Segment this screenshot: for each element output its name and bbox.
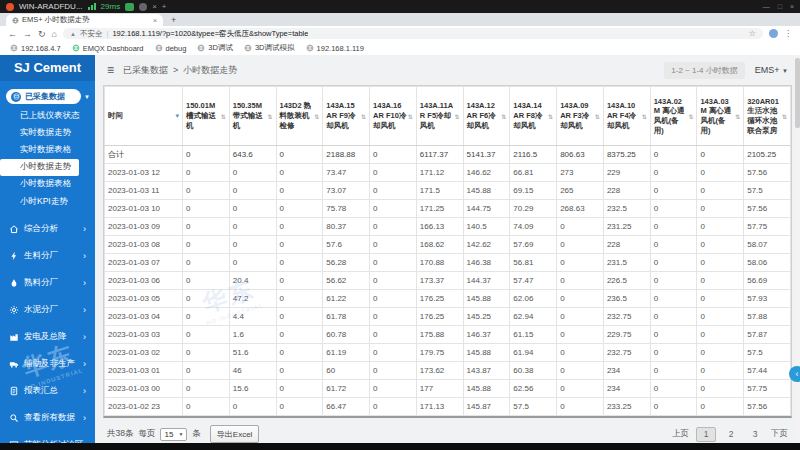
profile-avatar[interactable] xyxy=(769,29,778,38)
sort-icon[interactable]: ⇅ xyxy=(455,113,460,120)
table-cell: 2023-01-03 01 xyxy=(105,362,183,380)
sidebar-item-bolt[interactable]: 生料分厂› xyxy=(0,242,95,269)
column-header[interactable]: 150.01M 槽式输送机⇅ xyxy=(183,87,230,146)
forward-icon[interactable]: → xyxy=(23,29,32,39)
new-tab-button[interactable]: + xyxy=(171,15,176,25)
table-cell: 0 xyxy=(276,308,323,326)
hamburger-menu-icon[interactable]: ≡ xyxy=(107,63,114,77)
column-header[interactable]: 150.35M 带式输送机⇅ xyxy=(229,87,276,146)
table-cell: 0 xyxy=(557,362,604,380)
new-session-icon[interactable]: + xyxy=(162,2,167,11)
column-header[interactable]: 时间▾ xyxy=(105,87,183,146)
sidebar-subitem-4[interactable]: 小时数据表格 xyxy=(0,176,95,193)
table-cell: 8375.25 xyxy=(603,146,650,164)
sort-icon[interactable]: ⇅ xyxy=(314,113,319,120)
sidebar-subitem-3[interactable]: 小时数据走势 xyxy=(0,159,79,176)
column-header[interactable]: 143A.16AR F10冷却风机⇅ xyxy=(370,87,417,146)
export-excel-button[interactable]: 导出Excel xyxy=(210,425,260,443)
browser-tab[interactable]: EMS+ 小时数据走势 × xyxy=(6,14,163,26)
bookmark-item[interactable]: debug xyxy=(155,44,187,53)
column-header[interactable]: 143A.09AR F3冷却风机⇅ xyxy=(557,87,604,146)
page-button-1[interactable]: 1 xyxy=(696,427,716,442)
bookmark-item[interactable]: 3D调试模拟 xyxy=(244,43,295,53)
sort-icon[interactable]: ⇅ xyxy=(595,113,600,120)
table-cell: 0 xyxy=(183,290,230,308)
close-window-icon[interactable]: × xyxy=(790,3,794,10)
sort-icon[interactable]: ⇅ xyxy=(221,113,226,120)
home-icon[interactable]: ⌂ xyxy=(52,29,57,39)
column-header[interactable]: 143D2 熟料散装机检修⇅ xyxy=(276,87,323,146)
page-button-3[interactable]: 3 xyxy=(746,428,764,441)
sidebar-subitem-1[interactable]: 实时数据走势 xyxy=(0,124,95,141)
next-page-button[interactable]: 下页 xyxy=(771,428,788,440)
chevron-right-icon: › xyxy=(83,332,86,342)
bookmark-item[interactable]: 192.168.1.119 xyxy=(306,44,364,53)
maximize-icon[interactable]: □ xyxy=(778,3,782,10)
sort-icon[interactable]: ⇅ xyxy=(548,113,553,120)
sidebar-subitem-2[interactable]: 实时数据表格 xyxy=(0,141,95,158)
bookmark-star-icon[interactable]: ☆ xyxy=(749,29,756,38)
sidebar-subitem-5[interactable]: 小时KPI走势 xyxy=(0,193,95,210)
sidebar-subitem-0[interactable]: 已上线仪表状态 xyxy=(0,107,95,124)
browser-menu-icon[interactable]: ⋮ xyxy=(784,29,792,38)
table-cell: 0 xyxy=(650,254,697,272)
sort-icon[interactable]: ⇅ xyxy=(361,113,366,120)
sidebar-item-search[interactable]: 查看所有数据› xyxy=(0,404,95,431)
sort-icon[interactable]: ⇅ xyxy=(688,113,693,120)
sort-icon[interactable]: ⇅ xyxy=(735,113,740,120)
remote-session-title[interactable]: WIN-ARADFDU... xyxy=(19,2,83,11)
column-header[interactable]: 320AR01 生活水池循环水池联合泵房⇅ xyxy=(744,87,791,146)
table-cell: 0 xyxy=(276,182,323,200)
column-header[interactable]: 143A.03M 离心通风机(备用)⇅ xyxy=(697,87,744,146)
breadcrumb-parent[interactable]: 已采集数据 xyxy=(123,64,168,77)
table-cell: 0 xyxy=(697,398,744,416)
security-label[interactable]: 不安全 xyxy=(80,29,103,39)
session-globe-icon[interactable] xyxy=(139,3,147,11)
address-bar[interactable]: ▲ 不安全 | 192.168.1.119/?p=1020&typee=窑头低压… xyxy=(63,28,763,39)
table-cell: 0 xyxy=(183,344,230,362)
app-menu-dropdown[interactable]: EMS+ ▼ xyxy=(755,65,788,75)
column-header[interactable]: 143A.15AR F9冷却风机⇅ xyxy=(323,87,370,146)
minimize-icon[interactable]: — xyxy=(763,3,770,10)
sort-icon[interactable]: ⇅ xyxy=(642,113,647,120)
table-cell: 228 xyxy=(603,236,650,254)
sidebar-item-doc[interactable]: 报表汇总› xyxy=(0,377,95,404)
sidebar-group-collected-data[interactable]: 已采集数据 ▼ xyxy=(6,89,90,104)
sort-icon[interactable]: ▾ xyxy=(175,112,179,120)
table-cell: 61.72 xyxy=(323,380,370,398)
table-cell: 56.62 xyxy=(323,272,370,290)
sidebar-item-chat[interactable]: 节能分析讨论区 xyxy=(0,431,95,443)
table-cell: 0 xyxy=(370,164,417,182)
back-icon[interactable]: ← xyxy=(8,29,17,39)
sort-icon[interactable]: ⇅ xyxy=(268,113,273,120)
sort-icon[interactable]: ⇅ xyxy=(501,113,506,120)
bookmark-item[interactable]: 3D调试 xyxy=(197,43,233,53)
per-page-select[interactable]: 15 ▼ xyxy=(160,428,187,441)
close-tab-icon[interactable]: × xyxy=(153,17,157,24)
prev-page-button[interactable]: 上页 xyxy=(672,428,689,440)
table-cell: 73.47 xyxy=(323,164,370,182)
sidebar-item-truck[interactable]: 辅助及非生产› xyxy=(0,350,95,377)
column-header[interactable]: 143A.02M 离心通风机(备用)⇅ xyxy=(650,87,697,146)
scrollbar-thumb[interactable] xyxy=(795,58,800,128)
column-header[interactable]: 143A.14AR F8冷却风机⇅ xyxy=(510,87,557,146)
column-header[interactable]: 143A.10AR F4冷却风机⇅ xyxy=(603,87,650,146)
table-cell: 6117.37 xyxy=(416,146,463,164)
column-header[interactable]: 143A.12AR F6冷却风机⇅ xyxy=(463,87,510,146)
sidebar-item-home[interactable]: 综合分析› xyxy=(0,215,95,242)
collapse-panel-button[interactable]: ‹ xyxy=(789,366,800,382)
sidebar-item-gear[interactable]: 水泥分厂› xyxy=(0,296,95,323)
close-session-icon[interactable]: × xyxy=(152,2,157,11)
sidebar-item-drop[interactable]: 熟料分厂› xyxy=(0,269,95,296)
recorder-icon[interactable] xyxy=(125,3,134,11)
sort-icon[interactable]: ⇅ xyxy=(408,113,413,120)
refresh-icon[interactable]: ↻ xyxy=(38,29,46,39)
sort-icon[interactable]: ⇅ xyxy=(782,113,787,120)
bookmark-item[interactable]: 192.168.4.7 xyxy=(10,44,61,53)
page-button-2[interactable]: 2 xyxy=(722,428,740,441)
bookmark-item[interactable]: EMQX Dashboard xyxy=(72,44,144,53)
column-header[interactable]: 143A.11AR F5冷却风机⇅ xyxy=(416,87,463,146)
table-cell: 0 xyxy=(370,254,417,272)
url-text[interactable]: 192.168.1.119/?p=1020&typee=窑头低压&showTyp… xyxy=(112,29,308,39)
sidebar-item-plant[interactable]: 发电及总降› xyxy=(0,323,95,350)
